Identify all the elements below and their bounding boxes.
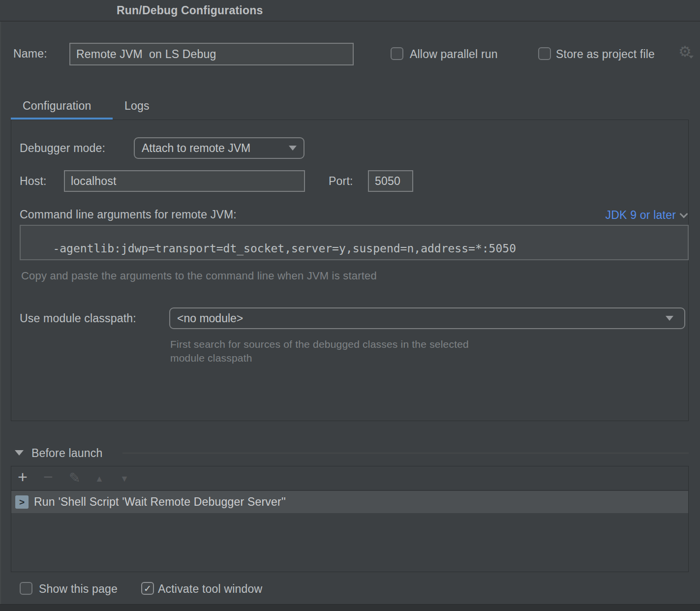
module-classpath-label: Use module classpath:: [20, 312, 136, 325]
store-as-project-file-checkbox[interactable]: [538, 47, 551, 60]
remove-icon[interactable]: −: [43, 468, 53, 485]
dropdown-arrow-icon: [289, 146, 297, 151]
port-input[interactable]: [368, 170, 413, 192]
add-icon[interactable]: +: [18, 468, 28, 485]
module-classpath-help: First search for sources of the debugged…: [170, 337, 469, 365]
edit-pencil-icon[interactable]: ✎: [69, 471, 80, 485]
before-launch-title: Before launch: [31, 447, 103, 460]
port-label: Port:: [329, 175, 353, 188]
gear-dropdown-arrow-icon: [689, 56, 694, 59]
cmdline-hint: Copy and paste the arguments to the comm…: [21, 270, 377, 282]
show-this-page-checkbox[interactable]: [20, 582, 32, 595]
module-classpath-value: <no module>: [177, 312, 243, 325]
check-icon: ✓: [144, 584, 152, 593]
debugger-mode-value: Attach to remote JVM: [142, 142, 250, 155]
name-label: Name:: [13, 47, 47, 61]
dialog-title: Run/Debug Configurations: [117, 4, 263, 17]
before-launch-collapse-icon[interactable]: [15, 450, 24, 456]
activate-tool-window-checkbox[interactable]: ✓: [141, 582, 154, 595]
cmdline-label: Command line arguments for remote JVM:: [20, 208, 237, 221]
toolbar-separator: [11, 490, 688, 490]
titlebar: Run/Debug Configurations: [0, 0, 700, 22]
store-as-project-file-label: Store as project file: [556, 48, 655, 61]
before-launch-task-row[interactable]: > Run 'Shell Script 'Wait Remote Debugge…: [11, 491, 688, 513]
before-launch-panel: [11, 466, 689, 572]
before-launch-task-label: Run 'Shell Script 'Wait Remote Debugger …: [34, 495, 286, 509]
move-up-icon[interactable]: ▲: [95, 474, 104, 483]
tab-logs[interactable]: Logs: [124, 99, 150, 113]
jdk-version-link[interactable]: JDK 9 or later: [606, 209, 676, 222]
show-this-page-label: Show this page: [39, 582, 118, 596]
host-label: Host:: [20, 175, 47, 188]
dropdown-arrow-icon: [666, 316, 673, 321]
move-down-icon[interactable]: ▼: [120, 474, 129, 483]
chevron-down-icon: [680, 210, 688, 218]
left-divider: [0, 22, 1, 611]
name-input[interactable]: [69, 43, 354, 65]
activate-tool-window-label: Activate tool window: [158, 582, 262, 596]
shell-script-run-icon: >: [15, 495, 29, 509]
cmdline-arguments-value: -agentlib:jdwp=transport=dt_socket,serve…: [53, 242, 516, 255]
gear-icon[interactable]: ⚙: [678, 44, 692, 59]
allow-parallel-run-checkbox[interactable]: [391, 47, 403, 60]
debugger-mode-dropdown[interactable]: Attach to remote JVM: [134, 137, 304, 159]
allow-parallel-run-label: Allow parallel run: [410, 48, 498, 61]
host-input[interactable]: [64, 170, 305, 192]
debugger-mode-label: Debugger mode:: [20, 142, 105, 155]
before-launch-separator: [122, 453, 689, 454]
run-debug-configurations-dialog: Run/Debug Configurations Name: Allow par…: [0, 0, 700, 611]
jdk-version-selector[interactable]: JDK 9 or later: [606, 209, 687, 222]
footer-divider: [0, 604, 700, 611]
tab-configuration[interactable]: Configuration: [23, 99, 91, 113]
cmdline-arguments-field[interactable]: -agentlib:jdwp=transport=dt_socket,serve…: [20, 225, 689, 260]
module-classpath-dropdown[interactable]: <no module>: [169, 307, 685, 329]
